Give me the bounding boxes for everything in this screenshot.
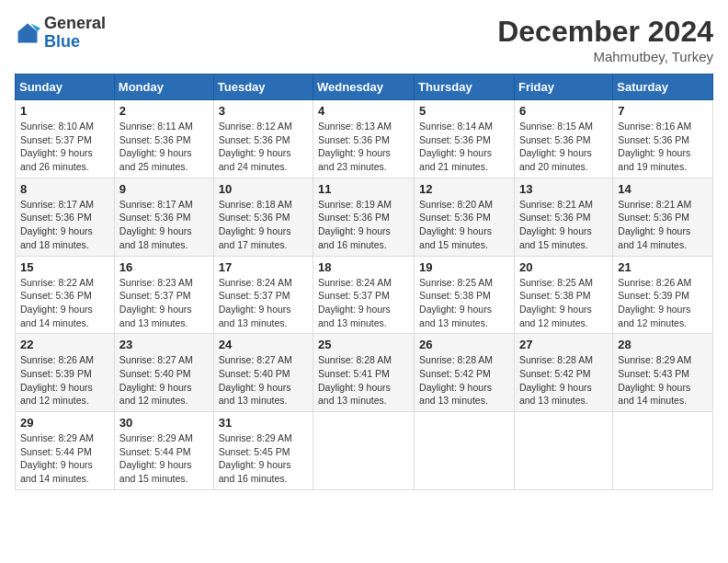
day-number: 19 [419,260,509,274]
col-header-friday: Friday [514,75,612,100]
day-info: Sunrise: 8:28 AMSunset: 5:41 PMDaylight:… [318,353,409,408]
day-number: 30 [119,416,209,430]
calendar-cell: 18Sunrise: 8:24 AMSunset: 5:37 PMDayligh… [313,256,415,334]
calendar-cell: 13Sunrise: 8:21 AMSunset: 5:36 PMDayligh… [514,178,612,256]
day-number: 9 [119,182,209,196]
logo-text: General Blue [44,15,106,52]
day-number: 15 [20,260,109,274]
calendar-cell: 20Sunrise: 8:25 AMSunset: 5:38 PMDayligh… [514,256,612,334]
day-number: 11 [318,182,409,196]
day-number: 4 [318,104,409,118]
calendar-header-row: SundayMondayTuesdayWednesdayThursdayFrid… [16,75,713,100]
day-info: Sunrise: 8:10 AMSunset: 5:37 PMDaylight:… [20,120,109,174]
day-info: Sunrise: 8:15 AMSunset: 5:36 PMDaylight:… [519,120,608,174]
day-number: 21 [618,260,708,274]
month-title: December 2024 [497,15,713,49]
logo-icon [15,20,40,46]
logo-blue: Blue [44,33,106,52]
logo-general: General [44,15,106,33]
day-info: Sunrise: 8:29 AMSunset: 5:44 PMDaylight:… [119,431,209,486]
day-info: Sunrise: 8:29 AMSunset: 5:43 PMDaylight:… [618,353,708,408]
logo: General Blue [15,15,106,52]
col-header-thursday: Thursday [415,75,515,100]
day-info: Sunrise: 8:29 AMSunset: 5:44 PMDaylight:… [20,431,109,486]
day-info: Sunrise: 8:12 AMSunset: 5:36 PMDaylight:… [219,120,308,174]
day-info: Sunrise: 8:13 AMSunset: 5:36 PMDaylight:… [318,120,409,174]
calendar-cell: 14Sunrise: 8:21 AMSunset: 5:36 PMDayligh… [613,178,713,256]
calendar-cell: 1Sunrise: 8:10 AMSunset: 5:37 PMDaylight… [16,100,115,178]
calendar-cell [415,412,515,490]
day-info: Sunrise: 8:21 AMSunset: 5:36 PMDaylight:… [618,198,708,252]
day-number: 24 [219,338,308,351]
title-area: December 2024 Mahmutbey, Turkey [497,15,713,64]
day-number: 17 [219,260,308,274]
calendar-cell: 9Sunrise: 8:17 AMSunset: 5:36 PMDaylight… [114,178,213,256]
day-number: 8 [20,182,109,196]
day-number: 22 [20,338,109,351]
calendar-cell: 16Sunrise: 8:23 AMSunset: 5:37 PMDayligh… [114,256,213,334]
day-info: Sunrise: 8:14 AMSunset: 5:36 PMDaylight:… [419,120,509,174]
calendar-cell: 23Sunrise: 8:27 AMSunset: 5:40 PMDayligh… [114,334,213,412]
day-number: 16 [119,260,209,274]
day-info: Sunrise: 8:24 AMSunset: 5:37 PMDaylight:… [219,276,308,330]
day-info: Sunrise: 8:26 AMSunset: 5:39 PMDaylight:… [20,353,109,408]
day-info: Sunrise: 8:26 AMSunset: 5:39 PMDaylight:… [618,276,708,330]
calendar-cell: 7Sunrise: 8:16 AMSunset: 5:36 PMDaylight… [613,100,713,178]
calendar-cell: 12Sunrise: 8:20 AMSunset: 5:36 PMDayligh… [415,178,515,256]
calendar-cell: 5Sunrise: 8:14 AMSunset: 5:36 PMDaylight… [415,100,515,178]
calendar-cell: 19Sunrise: 8:25 AMSunset: 5:38 PMDayligh… [415,256,515,334]
day-info: Sunrise: 8:25 AMSunset: 5:38 PMDaylight:… [519,276,608,330]
day-info: Sunrise: 8:23 AMSunset: 5:37 PMDaylight:… [119,276,209,330]
col-header-wednesday: Wednesday [313,75,415,100]
day-info: Sunrise: 8:21 AMSunset: 5:36 PMDaylight:… [519,198,608,252]
calendar-cell: 22Sunrise: 8:26 AMSunset: 5:39 PMDayligh… [16,334,115,412]
calendar-cell [613,412,713,490]
col-header-tuesday: Tuesday [213,75,313,100]
day-info: Sunrise: 8:28 AMSunset: 5:42 PMDaylight:… [419,353,509,408]
day-info: Sunrise: 8:17 AMSunset: 5:36 PMDaylight:… [20,198,109,252]
calendar-cell: 21Sunrise: 8:26 AMSunset: 5:39 PMDayligh… [613,256,713,334]
day-info: Sunrise: 8:22 AMSunset: 5:36 PMDaylight:… [20,276,109,330]
calendar-cell: 8Sunrise: 8:17 AMSunset: 5:36 PMDaylight… [16,178,115,256]
day-number: 13 [519,182,608,196]
calendar-cell: 31Sunrise: 8:29 AMSunset: 5:45 PMDayligh… [213,412,313,490]
day-info: Sunrise: 8:16 AMSunset: 5:36 PMDaylight:… [618,120,708,174]
day-number: 5 [419,104,509,118]
col-header-sunday: Sunday [16,75,115,100]
day-number: 3 [219,104,308,118]
day-info: Sunrise: 8:19 AMSunset: 5:36 PMDaylight:… [318,198,409,252]
calendar-table: SundayMondayTuesdayWednesdayThursdayFrid… [15,74,713,490]
day-number: 1 [20,104,109,118]
col-header-monday: Monday [114,75,213,100]
week-row-5: 29Sunrise: 8:29 AMSunset: 5:44 PMDayligh… [16,412,713,490]
calendar-cell: 2Sunrise: 8:11 AMSunset: 5:36 PMDaylight… [114,100,213,178]
calendar-cell: 3Sunrise: 8:12 AMSunset: 5:36 PMDaylight… [213,100,313,178]
day-number: 2 [119,104,209,118]
calendar-cell: 4Sunrise: 8:13 AMSunset: 5:36 PMDaylight… [313,100,415,178]
day-info: Sunrise: 8:25 AMSunset: 5:38 PMDaylight:… [419,276,509,330]
day-info: Sunrise: 8:18 AMSunset: 5:36 PMDaylight:… [219,198,308,252]
week-row-3: 15Sunrise: 8:22 AMSunset: 5:36 PMDayligh… [16,256,713,334]
calendar-cell [313,412,415,490]
calendar-cell: 17Sunrise: 8:24 AMSunset: 5:37 PMDayligh… [213,256,313,334]
page-header: General Blue December 2024 Mahmutbey, Tu… [15,15,713,64]
calendar-cell: 29Sunrise: 8:29 AMSunset: 5:44 PMDayligh… [16,412,115,490]
day-info: Sunrise: 8:27 AMSunset: 5:40 PMDaylight:… [219,353,308,408]
calendar-cell: 27Sunrise: 8:28 AMSunset: 5:42 PMDayligh… [514,334,612,412]
calendar-cell: 26Sunrise: 8:28 AMSunset: 5:42 PMDayligh… [415,334,515,412]
calendar-cell: 15Sunrise: 8:22 AMSunset: 5:36 PMDayligh… [16,256,115,334]
day-number: 26 [419,338,509,351]
day-number: 18 [318,260,409,274]
day-number: 27 [519,338,608,351]
day-number: 25 [318,338,409,351]
calendar-cell: 11Sunrise: 8:19 AMSunset: 5:36 PMDayligh… [313,178,415,256]
day-number: 10 [219,182,308,196]
day-number: 23 [119,338,209,351]
day-info: Sunrise: 8:20 AMSunset: 5:36 PMDaylight:… [419,198,509,252]
day-info: Sunrise: 8:17 AMSunset: 5:36 PMDaylight:… [119,198,209,252]
week-row-2: 8Sunrise: 8:17 AMSunset: 5:36 PMDaylight… [16,178,713,256]
calendar-cell: 10Sunrise: 8:18 AMSunset: 5:36 PMDayligh… [213,178,313,256]
calendar-cell: 24Sunrise: 8:27 AMSunset: 5:40 PMDayligh… [213,334,313,412]
day-info: Sunrise: 8:24 AMSunset: 5:37 PMDaylight:… [318,276,409,330]
location: Mahmutbey, Turkey [497,49,713,64]
